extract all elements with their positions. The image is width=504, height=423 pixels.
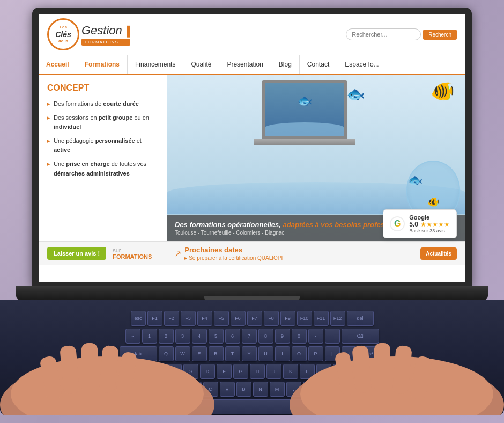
key-i[interactable]: I [275,346,290,361]
key-f12[interactable]: F12 [330,311,345,326]
key-f1[interactable]: F1 [147,311,162,326]
laisser-avis-button[interactable]: Laisser un avis ! [47,247,106,260]
key-5[interactable]: 5 [209,329,224,344]
key-6[interactable]: 6 [225,329,240,344]
key-f8[interactable]: F8 [264,311,279,326]
key-bracket-l[interactable]: [ [325,346,340,361]
key-3[interactable]: 3 [175,329,190,344]
key-slash[interactable]: / [320,382,335,397]
key-delete[interactable]: del [347,311,374,326]
nav-item-contact[interactable]: Contact [300,55,337,74]
key-8[interactable]: 8 [258,329,273,344]
key-j[interactable]: J [266,364,281,379]
key-shift-r[interactable]: shift [336,382,379,397]
key-t[interactable]: T [225,346,240,361]
key-u[interactable]: U [258,346,273,361]
key-l[interactable]: L [300,364,315,379]
actualites-button[interactable]: Actualités [420,247,457,260]
key-f3[interactable]: F3 [181,311,196,326]
concept-item-2: Des sessions en petit groupe ou en indiv… [47,113,159,132]
key-v[interactable]: V [220,382,235,397]
concept-list: Des formations de courte durée Des sessi… [47,99,159,178]
fish-bowl-icon: 🐠 [427,196,439,208]
laptop-keyboard: esc F1 F2 F3 F4 F5 F6 F7 F8 F9 F10 F11 F… [0,300,504,415]
key-g[interactable]: G [233,364,248,379]
key-c[interactable]: C [203,382,218,397]
key-enter2[interactable]: ⏎ [350,364,376,379]
key-space[interactable] [182,399,322,414]
prochaines-text: Prochaines [184,246,222,254]
key-alt-r[interactable]: alt [323,399,350,414]
key-minus[interactable]: - [308,329,323,344]
laptop-screen-bezel: Les Clés de la Gestion ▐ FORMATIONS [32,8,472,286]
key-ctrl-l[interactable]: ctrl [125,399,152,414]
key-n[interactable]: N [253,382,268,397]
key-caps[interactable]: caps [128,364,165,379]
key-shift-l[interactable]: shift [125,382,168,397]
fish-large-icon: 🐠 [431,80,455,103]
key-e[interactable]: E [192,346,207,361]
key-backspace[interactable]: ⌫ [342,329,379,344]
key-4[interactable]: 4 [192,329,207,344]
key-tab[interactable]: tab [120,346,157,361]
key-f10[interactable]: F10 [297,311,312,326]
key-ctrl-r[interactable]: ctrl [352,399,379,414]
key-quote[interactable]: ' [333,364,348,379]
key-7[interactable]: 7 [242,329,257,344]
key-f2[interactable]: F2 [164,311,179,326]
key-f7[interactable]: F7 [247,311,262,326]
dates-text: dates [224,246,242,254]
logo-formations-tag: FORMATIONS [81,39,130,46]
key-1[interactable]: 1 [142,329,157,344]
key-h[interactable]: H [250,364,265,379]
nav-item-presentation[interactable]: Présentation [219,55,271,74]
key-a[interactable]: A [167,364,182,379]
key-f6[interactable]: F6 [231,311,246,326]
key-enter[interactable]: ↵ [358,346,385,361]
nav-item-espace[interactable]: Espace fo... [337,55,387,74]
key-semicolon[interactable]: ; [316,364,331,379]
nav-item-accueil[interactable]: Accueil [39,55,77,74]
key-9[interactable]: 9 [275,329,290,344]
logo-gestion-label: Gestion [81,24,122,38]
key-equal[interactable]: = [325,329,340,344]
key-f9[interactable]: F9 [280,311,295,326]
key-tilde[interactable]: ~ [125,329,140,344]
key-esc[interactable]: esc [131,311,146,326]
key-period[interactable]: . [303,382,318,397]
nav-item-financements[interactable]: Financements [128,55,183,74]
key-o[interactable]: O [292,346,307,361]
key-d[interactable]: D [200,364,215,379]
nav-item-qualite[interactable]: Qualité [183,55,219,74]
key-alt-l[interactable]: alt [154,399,181,414]
key-m[interactable]: M [270,382,285,397]
hero-caption-text1: Des formations opérationnelles, adaptées… [175,221,413,229]
qualiopi-link[interactable]: Se préparer à la certification QUALIOPI [184,255,283,261]
key-w[interactable]: W [175,346,190,361]
key-z[interactable]: Z [170,382,185,397]
google-score: 5.0 [409,221,418,228]
key-q[interactable]: Q [159,346,174,361]
key-r[interactable]: R [209,346,224,361]
key-s[interactable]: S [183,364,198,379]
logo-dela: de la [55,39,71,44]
key-f11[interactable]: F11 [314,311,329,326]
key-b[interactable]: B [236,382,251,397]
key-f5[interactable]: F5 [214,311,229,326]
key-f[interactable]: F [217,364,232,379]
key-x[interactable]: X [187,382,202,397]
key-bracket-r[interactable]: ] [342,346,357,361]
search-input[interactable] [346,28,421,40]
key-f4[interactable]: F4 [197,311,212,326]
search-button[interactable]: Recherch [423,30,457,40]
nav-item-formations[interactable]: Formations [77,55,128,74]
concept-item-1: Des formations de courte durée [47,99,159,109]
key-y[interactable]: Y [242,346,257,361]
fish-screen-icon: 🐟 [298,94,312,108]
key-comma[interactable]: , [286,382,301,397]
nav-item-blog[interactable]: Blog [271,55,300,74]
key-k[interactable]: K [283,364,298,379]
key-p[interactable]: P [308,346,323,361]
key-0[interactable]: 0 [292,329,307,344]
key-2[interactable]: 2 [159,329,174,344]
